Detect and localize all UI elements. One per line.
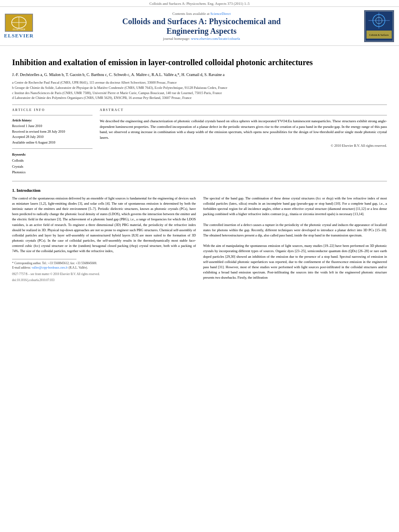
keyword-3: Photonics	[12, 169, 93, 175]
elsevier-logo-section: ELSEVIER ELSEVIER	[4, 10, 40, 42]
affiliation-b: b Groupe de Chimie du Solide, Laboratoir…	[12, 85, 387, 90]
elsevier-logo-image: ELSEVIER	[5, 14, 33, 32]
homepage-url[interactable]: www.elsevier.com/locate/colsurfa	[191, 37, 240, 41]
journal-citation: Colloids and Surfaces A: Physicochem. En…	[0, 0, 399, 7]
keywords-section: Keywords: Colloids Crystals Photonics	[12, 153, 93, 175]
affiliation-c: c Institut des NanoSciences de Paris (CN…	[12, 90, 387, 96]
keywords-divider	[12, 148, 93, 149]
online-date: Available online 6 August 2010	[12, 140, 93, 146]
journal-header: ELSEVIER ELSEVIER Contents lists availab…	[0, 7, 399, 46]
journal-title: Colloids and Surfaces A: Physicochemical…	[43, 16, 360, 36]
issn-line: 0927-7757/$ – see front matter © 2010 El…	[12, 272, 196, 276]
corresponding-author-footnote: * Corresponding author. Tel.: +33 556884…	[12, 261, 196, 265]
intro-right-col: The spectral of the band gap. The combin…	[203, 196, 387, 282]
svg-text:ELSEVIER: ELSEVIER	[12, 28, 25, 31]
journal-homepage: journal homepage: www.elsevier.com/locat…	[43, 37, 360, 41]
article-title: Inhibition and exaltation of emission in…	[12, 57, 387, 68]
abstract-col: ABSTRACT We described the engineering an…	[100, 108, 387, 175]
intro-body: The control of the spontaneous emission …	[12, 196, 387, 282]
authors-line: J.-F. Dechézelles a, G. Mialon b, T. Gac…	[12, 72, 387, 78]
article-info-col: ARTICLE INFO Article history: Received 1…	[12, 108, 93, 175]
affiliation-d: d Laboratoire de Chimie des Polymères Or…	[12, 95, 387, 101]
sciencedirect-anchor[interactable]: ScienceDirect	[210, 12, 230, 16]
affiliations-section: a Centre de Recherche Paul Pascal (CNRS,…	[12, 80, 387, 101]
doi-line: doi:10.1016/j.colsurfa.2010.07.033	[12, 278, 196, 282]
footnote-divider	[12, 259, 76, 259]
intro-left-col: The control of the spontaneous emission …	[12, 196, 196, 282]
intro-text-left: The control of the spontaneous emission …	[12, 196, 196, 254]
received-date: Received 1 June 2010	[12, 123, 93, 129]
intro-heading: 1. Introduction	[12, 188, 387, 193]
section-divider-1	[12, 105, 387, 105]
journal-cover-image: Colloids & Surfaces	[363, 10, 395, 42]
intro-section: 1. Introduction The control of the spont…	[12, 188, 387, 282]
main-content: Inhibition and exaltation of emission in…	[0, 46, 399, 286]
email-footnote: E-mail address: vallee@crpp-bordeaux.cnr…	[12, 265, 196, 270]
affiliation-a: a Centre de Recherche Paul Pascal (CNRS,…	[12, 80, 387, 85]
history-title: Article history:	[12, 119, 93, 122]
journal-title-section: Contents lists available at ScienceDirec…	[43, 10, 360, 42]
elsevier-logo: ELSEVIER ELSEVIER	[4, 14, 34, 39]
accepted-date: Accepted 28 July 2010	[12, 134, 93, 140]
keyword-1: Colloids	[12, 158, 93, 163]
copyright-notice: © 2010 Elsevier B.V. All rights reserved…	[100, 144, 387, 148]
revised-date: Received in revised form 28 July 2010	[12, 129, 93, 135]
keyword-2: Crystals	[12, 164, 93, 169]
abstract-label: ABSTRACT	[100, 108, 387, 112]
article-info-abstract: ARTICLE INFO Article history: Received 1…	[12, 108, 387, 175]
article-history: Article history: Received 1 June 2010 Re…	[12, 119, 93, 145]
abstract-text: We described the engineering and charact…	[100, 119, 387, 140]
journal-cover-thumbnail: Colloids & Surfaces	[364, 10, 394, 42]
article-info-label: ARTICLE INFO	[12, 108, 93, 112]
info-divider	[12, 115, 93, 115]
section-divider-2	[12, 181, 387, 181]
elsevier-label: ELSEVIER	[4, 33, 34, 39]
intro-text-right: The spectral of the band gap. The combin…	[203, 196, 387, 281]
abstract-divider	[100, 115, 387, 115]
keywords-title: Keywords:	[12, 153, 93, 156]
sciencedirect-link: Contents lists available at ScienceDirec…	[43, 12, 360, 16]
svg-text:Colloids & Surfaces: Colloids & Surfaces	[369, 34, 389, 36]
